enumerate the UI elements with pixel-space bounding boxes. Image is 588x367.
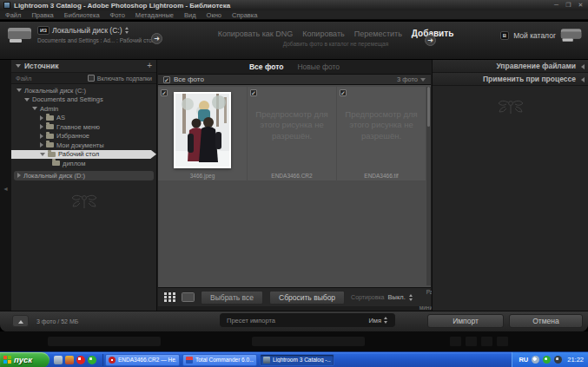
quicklaunch-icon-4[interactable] bbox=[88, 356, 96, 364]
collapse-triangle-icon[interactable] bbox=[16, 64, 21, 68]
quicklaunch-icon-2[interactable] bbox=[65, 356, 74, 364]
task-label: ENDA3466.CR2 — Не... bbox=[118, 357, 176, 363]
dropdown-icon[interactable] bbox=[384, 317, 388, 324]
dropdown-icon[interactable] bbox=[409, 294, 413, 301]
panel-toggle-button[interactable] bbox=[12, 315, 29, 327]
thumbnail-cell-tif[interactable]: ✓ Предпросмотр для этого рисунка не разр… bbox=[337, 87, 426, 180]
menu-window[interactable]: Окно bbox=[207, 11, 221, 19]
tree-item-admin[interactable]: Admin bbox=[11, 104, 156, 114]
tray-icon-volume[interactable] bbox=[532, 356, 539, 364]
expand-icon[interactable] bbox=[40, 134, 43, 139]
windows-taskbar: пуск ENDA3466.CR2 — Не... Total Commande… bbox=[0, 351, 588, 367]
menu-edit[interactable]: Правка bbox=[31, 11, 53, 19]
task-icon bbox=[263, 357, 270, 364]
thumbnail-checkbox[interactable]: ✓ bbox=[161, 89, 168, 96]
menu-photo[interactable]: Фото bbox=[110, 11, 125, 19]
tree-item-documents-and-settings[interactable]: Documents and Settings bbox=[11, 95, 156, 105]
tab-all-photos[interactable]: Все фото bbox=[249, 62, 284, 71]
destination-selector[interactable]: В Мой каталог bbox=[500, 27, 583, 43]
grid-scrollbar[interactable] bbox=[426, 87, 431, 285]
tree-item-favorites[interactable]: Избранное bbox=[11, 132, 156, 141]
expand-icon[interactable] bbox=[40, 115, 43, 121]
quicklaunch-icon-1[interactable] bbox=[54, 356, 63, 364]
tab-new-photos[interactable]: Новые фото bbox=[297, 62, 340, 71]
section-file-handling[interactable]: Управление файлами bbox=[433, 60, 588, 73]
select-all-button[interactable]: Выбрать все bbox=[201, 291, 263, 305]
cancel-button[interactable]: Отмена bbox=[509, 314, 583, 328]
expand-icon[interactable] bbox=[24, 98, 30, 102]
action-move[interactable]: Переместить bbox=[354, 29, 402, 38]
preset-value[interactable]: Имя bbox=[368, 317, 388, 324]
expand-icon[interactable] bbox=[17, 173, 21, 178]
thumbnail-checkbox[interactable]: ✓ bbox=[250, 89, 257, 96]
close-icon[interactable]: ✕ bbox=[577, 2, 585, 9]
folder-icon bbox=[46, 115, 54, 121]
photo-thumbnail-image[interactable] bbox=[174, 92, 231, 168]
menu-metadata[interactable]: Метаданные bbox=[135, 11, 174, 19]
tray-icon-misc[interactable] bbox=[554, 356, 562, 364]
windows-logo-icon bbox=[3, 356, 11, 364]
tree-item-main-menu[interactable]: Главное меню bbox=[11, 122, 156, 132]
import-method-picker: Копировать как DNG Копировать Переместит… bbox=[247, 29, 425, 47]
sort-value[interactable]: Выкл. bbox=[388, 293, 406, 301]
menu-help[interactable]: Справка bbox=[232, 11, 257, 19]
thumbnail-cell-cr2[interactable]: ✓ Предпросмотр для этого рисунка не разр… bbox=[248, 87, 336, 180]
thumbnail-cell-jpeg[interactable]: ✓ 3466.jpeg bbox=[158, 87, 247, 180]
action-copy-as-dng[interactable]: Копировать как DNG bbox=[218, 29, 294, 38]
expand-icon[interactable] bbox=[32, 107, 37, 110]
collapse-triangle-icon[interactable] bbox=[581, 64, 585, 69]
deselect-all-button[interactable]: Сбросить выбор bbox=[269, 291, 345, 305]
sort-control[interactable]: Сортировка Выкл. bbox=[351, 293, 413, 301]
sort-label: Сортировка bbox=[351, 294, 384, 300]
tree-item-my-documents[interactable]: Мои документы bbox=[11, 141, 156, 150]
tray-icon-green[interactable] bbox=[543, 356, 551, 364]
panel-collapse-icon[interactable]: ◄ bbox=[3, 186, 9, 192]
all-photos-checkbox[interactable]: ✓ bbox=[163, 76, 170, 83]
tree-item-label: диплом bbox=[63, 160, 85, 167]
left-panel-gutter[interactable]: ◄ bbox=[0, 60, 11, 311]
restore-icon[interactable]: ❐ bbox=[565, 2, 572, 9]
language-indicator[interactable]: RU bbox=[519, 356, 528, 364]
tree-item-diplom[interactable]: диплом bbox=[11, 159, 156, 168]
thumbnail-grid: ✓ 3466.jpeg ✓ Предпросмотр для этого рис… bbox=[158, 85, 431, 287]
source-panel-header[interactable]: Источник + bbox=[11, 60, 156, 73]
section-label: Применить при процессе bbox=[483, 75, 576, 83]
background-icon bbox=[497, 337, 508, 346]
taskbar-task-total-commander[interactable]: Total Commander 6.0... bbox=[182, 354, 257, 366]
import-preset-bar[interactable]: Пресет импорта Имя bbox=[220, 313, 395, 327]
section-apply-during-import[interactable]: Применить при процессе bbox=[433, 73, 588, 86]
source-name[interactable]: Локальный диск (C:) bbox=[52, 26, 122, 35]
grid-view-icon[interactable] bbox=[164, 292, 175, 302]
quicklaunch-icon-3[interactable] bbox=[76, 356, 85, 364]
loupe-view-icon[interactable] bbox=[182, 292, 195, 302]
tree-item-drive-c[interactable]: Локальный диск (C:) bbox=[11, 86, 156, 95]
task-icon bbox=[186, 357, 193, 364]
thumbnail-filename: 3466.jpeg bbox=[158, 173, 247, 179]
expand-icon[interactable] bbox=[40, 124, 43, 129]
import-button[interactable]: Импорт bbox=[427, 314, 504, 328]
menu-view[interactable]: Вид bbox=[184, 11, 196, 19]
start-button[interactable]: пуск bbox=[0, 352, 50, 367]
minimize-icon[interactable]: ─ bbox=[552, 2, 560, 9]
source-selector[interactable]: ИЗ Локальный диск (C:) Documents and Set… bbox=[7, 26, 155, 44]
grid-scrollbar-thumb[interactable] bbox=[427, 87, 430, 127]
taskbar-task-lightroom[interactable]: Lightroom 3 Catalog -... bbox=[260, 354, 334, 366]
expand-icon[interactable] bbox=[40, 142, 43, 147]
menu-file[interactable]: Файл bbox=[5, 11, 21, 19]
tree-item-desktop-selected[interactable]: Рабочий стол bbox=[11, 150, 156, 160]
action-copy[interactable]: Копировать bbox=[302, 29, 344, 38]
include-subfolders-checkbox[interactable] bbox=[88, 75, 95, 82]
tree-item-drive-d[interactable]: Локальный диск (D:) bbox=[14, 171, 154, 180]
tree-item-label: Рабочий стол bbox=[58, 150, 99, 158]
chevron-down-icon[interactable] bbox=[420, 78, 426, 82]
folder-icon bbox=[46, 134, 54, 139]
add-source-icon[interactable]: + bbox=[147, 62, 152, 70]
dropdown-icon[interactable] bbox=[125, 27, 129, 34]
menu-library[interactable]: Библиотека bbox=[64, 11, 100, 19]
expand-icon[interactable] bbox=[17, 88, 22, 92]
collapse-triangle-icon[interactable] bbox=[581, 77, 585, 82]
expand-icon[interactable] bbox=[40, 153, 45, 156]
thumbnail-checkbox[interactable]: ✓ bbox=[340, 89, 347, 96]
taskbar-task-viewer[interactable]: ENDA3466.CR2 — Не... bbox=[105, 354, 180, 366]
tree-item-as[interactable]: AS bbox=[11, 114, 156, 123]
